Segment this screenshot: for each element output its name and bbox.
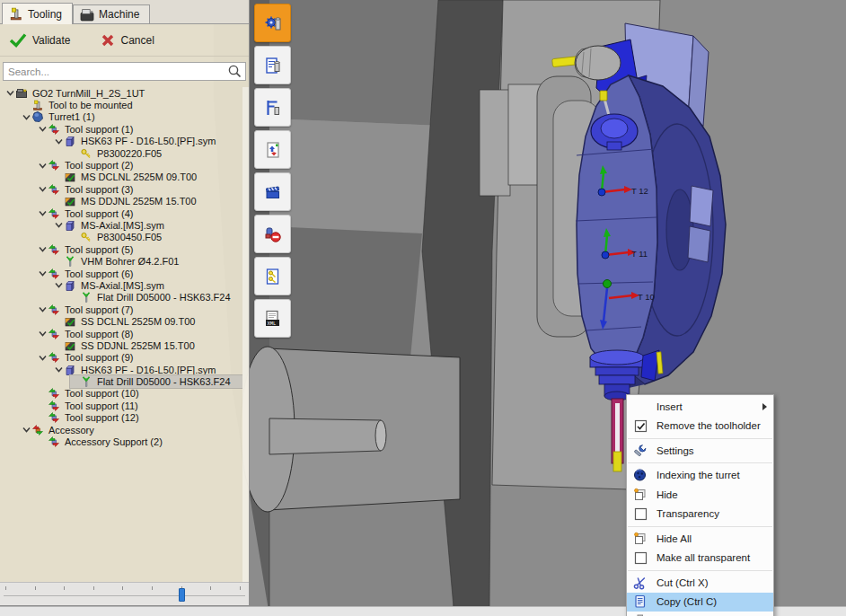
tree-item[interactable]: Tool support (5)	[38, 243, 242, 255]
tree-item-label: MS DDJNL 2525M 15.T00	[79, 196, 198, 207]
chevron-down-icon[interactable]	[22, 112, 31, 122]
menu-item-transparency[interactable]: Transparency	[627, 505, 773, 524]
checkbox-checked-icon[interactable]	[631, 418, 649, 433]
chevron-down-icon[interactable]	[38, 304, 48, 314]
cancel-button[interactable]: Cancel	[101, 33, 154, 48]
menu-item-indexing-the-turret[interactable]: Indexing the turret	[627, 466, 773, 486]
tree-item[interactable]: MS DCLNL 2525M 09.T00	[54, 172, 242, 183]
tree-item[interactable]: Tool support (12)	[38, 412, 242, 424]
menu-item-settings[interactable]: Settings	[627, 441, 773, 461]
slider-handle[interactable]	[179, 588, 185, 602]
menu-item-paste[interactable]: Paste (Ctrl V)	[627, 612, 773, 616]
chevron-down-icon[interactable]	[38, 161, 48, 171]
tree-scrollbar[interactable]	[242, 87, 249, 582]
tree-item-label: Tool support (7)	[63, 304, 135, 315]
xml-export-button[interactable]: XML	[254, 299, 291, 338]
indent-spacer	[38, 400, 48, 410]
chevron-down-icon[interactable]	[38, 244, 48, 254]
chevron-down-icon[interactable]	[54, 220, 64, 230]
tree-item[interactable]: Tool support (6)	[38, 268, 242, 279]
wrench-icon	[631, 444, 649, 458]
chevron-down-icon[interactable]	[38, 353, 48, 363]
chevron-down-icon[interactable]	[38, 268, 48, 278]
tree-item[interactable]: SS DCLNL 2525M 09.T00	[54, 315, 242, 327]
tree-item[interactable]: Tool support (11)	[38, 400, 242, 411]
chevron-down-icon[interactable]	[38, 184, 48, 194]
flat-drill-tool[interactable]	[612, 399, 623, 471]
tree-item[interactable]: Accessory	[22, 424, 242, 436]
tool-tree: GO2 TurnMill_H_2S_1UTTool to be mountedT…	[0, 87, 242, 582]
panel-transparency-slider[interactable]	[0, 582, 249, 605]
menu-item-remove-the-toolholder[interactable]: Remove the toolholder	[627, 417, 773, 436]
slider-tick	[240, 586, 241, 590]
tree-item[interactable]: Tool to be mounted	[22, 99, 242, 110]
tree-item-label: Accessory Support (2)	[63, 436, 164, 447]
chevron-down-icon[interactable]	[38, 124, 48, 134]
tool-data-sheet-button[interactable]	[254, 46, 291, 84]
menu-item-hide[interactable]: Hide	[627, 485, 773, 505]
tree-item[interactable]: HSK63 PF - D16-L50.[PF].sym	[54, 136, 242, 147]
checkbox-icon[interactable]	[631, 506, 649, 521]
tool-measurement-button[interactable]	[254, 88, 291, 127]
tool-restriction-button[interactable]	[254, 215, 291, 253]
tab-machine[interactable]: Machine	[73, 4, 150, 23]
tree-item-label: P8300450.F05	[95, 232, 163, 242]
simulation-button[interactable]	[254, 172, 291, 211]
key-icon	[81, 148, 93, 159]
tree-item[interactable]: Flat Drill D05000 - HSK63.F24	[70, 292, 242, 304]
tree-item[interactable]: P8300220.F05	[70, 147, 242, 159]
chevron-down-icon[interactable]	[38, 208, 48, 218]
indent-spacer	[38, 413, 48, 423]
tree-item[interactable]: Tool support (9)	[38, 352, 242, 364]
tool-mounting-button[interactable]	[254, 4, 291, 42]
tree-item[interactable]: MS DDJNL 2525M 15.T00	[54, 196, 242, 207]
tree-item[interactable]: GO2 TurnMill_H_2S_1UT	[5, 87, 242, 99]
indent-spacer	[70, 148, 80, 158]
search-input[interactable]	[4, 66, 227, 77]
chevron-down-icon[interactable]	[5, 88, 15, 98]
tree-item[interactable]: SS DDJNL 2525M 15.T00	[54, 339, 242, 351]
tree-item[interactable]: HSK63 PF - D16-L50.[PF].sym	[54, 364, 242, 375]
tool-support-icon	[48, 304, 60, 315]
menu-item-copy[interactable]: Copy (Ctrl C)	[627, 593, 773, 612]
tree-item[interactable]: MS-Axial.[MS].sym	[54, 219, 242, 231]
tree-item-label: Tool support (4)	[63, 208, 135, 219]
tab-tooling[interactable]: Tooling	[2, 3, 73, 24]
menu-item-cut[interactable]: Cut (Ctrl X)	[627, 573, 773, 593]
chevron-down-icon[interactable]	[54, 280, 64, 290]
tree-item[interactable]: Tool support (7)	[38, 304, 242, 315]
tree-item-label: Flat Drill D05000 - HSK63.F24	[95, 376, 233, 387]
checkbox-icon[interactable]	[631, 550, 649, 565]
tool-support-icon	[48, 388, 60, 399]
menu-item-make-all-transparent[interactable]: Make all transparent	[627, 549, 773, 568]
slider-tick	[122, 586, 123, 590]
drill-icon	[81, 376, 93, 387]
tree-item[interactable]: Flat Drill D05000 - HSK63.F24	[70, 375, 242, 387]
menu-item-insert[interactable]: Insert	[627, 397, 773, 417]
chevron-down-icon[interactable]	[38, 329, 48, 339]
tree-item[interactable]: MS-Axial.[MS].sym	[54, 279, 242, 291]
tree-item[interactable]: Tool support (1)	[38, 123, 242, 135]
tree-item-label: Tool support (5)	[63, 244, 135, 255]
tree-item-label: Tool to be mounted	[47, 100, 135, 110]
menu-item-hide-all[interactable]: Hide All	[627, 529, 773, 549]
tool-keys-document-button[interactable]	[254, 257, 291, 295]
tree-item[interactable]: P8300450.F05	[70, 232, 242, 243]
chevron-down-icon[interactable]	[22, 425, 31, 435]
validate-button[interactable]: Validate	[9, 32, 70, 48]
tree-item[interactable]: Tool support (10)	[38, 388, 242, 400]
search-icon[interactable]	[227, 64, 243, 79]
tree-item-label: Tool support (2)	[63, 160, 135, 171]
chevron-down-icon[interactable]	[54, 365, 64, 374]
tool-support-icon	[48, 436, 60, 447]
chevron-down-icon[interactable]	[54, 136, 64, 146]
tree-item[interactable]: Tool support (2)	[38, 159, 242, 171]
tree-item[interactable]: Accessory Support (2)	[38, 436, 242, 447]
slider-tick	[210, 586, 211, 590]
tree-item[interactable]: Tool support (3)	[38, 183, 242, 195]
tree-item[interactable]: Tool support (8)	[38, 328, 242, 339]
tree-item[interactable]: VHM Bohrer Ø4.2.F01	[54, 255, 242, 267]
tree-item[interactable]: Turret1 (1)	[22, 111, 242, 123]
tool-import-export-button[interactable]	[254, 130, 291, 169]
tree-item[interactable]: Tool support (4)	[38, 207, 242, 219]
